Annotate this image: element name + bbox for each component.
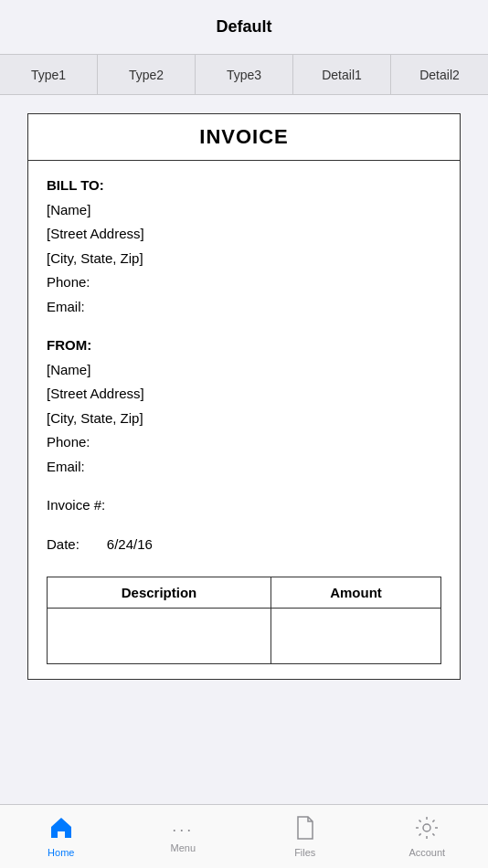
table-row bbox=[48, 609, 441, 664]
nav-files-label: Files bbox=[294, 847, 315, 858]
table-col-amount: Amount bbox=[271, 577, 440, 609]
tab-detail2[interactable]: Detail2 bbox=[391, 55, 488, 94]
tabs-bar: Type1 Type2 Type3 Detail1 Detail2 bbox=[0, 55, 488, 95]
svg-point-0 bbox=[423, 824, 430, 831]
table-cell-description bbox=[48, 609, 271, 664]
invoice-body: BILL TO: [Name] [Street Address] [City, … bbox=[28, 161, 460, 679]
file-icon bbox=[294, 815, 316, 844]
invoice-title: INVOICE bbox=[199, 125, 288, 148]
invoice-number-label: Invoice #: bbox=[47, 495, 441, 516]
bill-street: [Street Address] bbox=[47, 224, 441, 245]
from-name: [Name] bbox=[47, 360, 441, 381]
bottom-nav: Home ··· Menu Files Account bbox=[0, 804, 488, 868]
from-email: Email: bbox=[47, 457, 441, 478]
nav-account[interactable]: Account bbox=[390, 815, 463, 858]
bill-city: [City, State, Zip] bbox=[47, 249, 441, 270]
from-phone: Phone: bbox=[47, 432, 441, 453]
bill-name: [Name] bbox=[47, 200, 441, 221]
from-street: [Street Address] bbox=[47, 384, 441, 405]
invoice: INVOICE BILL TO: [Name] [Street Address]… bbox=[27, 113, 461, 680]
gear-icon bbox=[414, 815, 440, 844]
bill-phone: Phone: bbox=[47, 272, 441, 293]
date-value: 6/24/16 bbox=[107, 535, 153, 556]
invoice-table: Description Amount bbox=[47, 577, 441, 664]
tab-type3[interactable]: Type3 bbox=[196, 55, 293, 94]
tab-type1[interactable]: Type1 bbox=[0, 55, 98, 94]
header-title: Default bbox=[216, 17, 271, 37]
invoice-header: INVOICE bbox=[28, 114, 460, 161]
nav-menu-label: Menu bbox=[170, 842, 196, 853]
table-cell-amount bbox=[271, 609, 440, 664]
nav-menu[interactable]: ··· Menu bbox=[146, 820, 219, 853]
table-col-description: Description bbox=[48, 577, 271, 609]
tab-detail1[interactable]: Detail1 bbox=[293, 55, 391, 94]
tab-type2[interactable]: Type2 bbox=[98, 55, 196, 94]
from-label: FROM: bbox=[47, 335, 441, 356]
bill-to-label: BILL TO: bbox=[47, 175, 441, 196]
nav-home[interactable]: Home bbox=[25, 815, 98, 858]
header: Default bbox=[0, 0, 488, 55]
nav-files[interactable]: Files bbox=[269, 815, 342, 858]
main-content: INVOICE BILL TO: [Name] [Street Address]… bbox=[0, 95, 488, 804]
date-section: Date: 6/24/16 bbox=[47, 535, 441, 559]
date-label: Date: bbox=[47, 535, 80, 556]
nav-account-label: Account bbox=[408, 847, 445, 858]
bill-to-section: BILL TO: [Name] [Street Address] [City, … bbox=[47, 175, 441, 317]
home-icon bbox=[48, 815, 74, 844]
from-section: FROM: [Name] [Street Address] [City, Sta… bbox=[47, 335, 441, 477]
invoice-number-section: Invoice #: bbox=[47, 495, 441, 516]
nav-home-label: Home bbox=[48, 847, 74, 858]
from-city: [City, State, Zip] bbox=[47, 408, 441, 429]
menu-dots-icon: ··· bbox=[172, 820, 194, 840]
bill-email: Email: bbox=[47, 297, 441, 318]
